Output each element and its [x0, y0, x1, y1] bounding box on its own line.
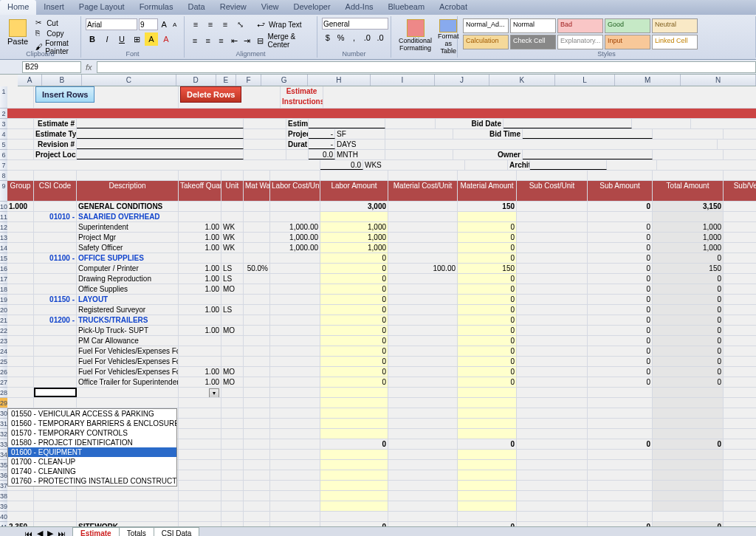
item-desc[interactable]: Safety Officer — [77, 243, 179, 252]
tab-nav-first[interactable]: ⏮ — [22, 529, 35, 537]
labor-cost[interactable] — [270, 264, 320, 273]
italic-button[interactable]: I — [100, 32, 114, 46]
col-header-J[interactable]: J — [435, 75, 489, 86]
font-name-select[interactable] — [86, 18, 137, 30]
row-header-39[interactable]: 39 — [0, 501, 7, 512]
cell[interactable] — [724, 377, 756, 387]
dropdown-item[interactable]: 01570 - TEMPORARY CONTROLS — [8, 428, 176, 438]
cell-style-neutral[interactable]: Neutral — [652, 18, 698, 33]
qty[interactable] — [179, 357, 221, 366]
csi-title[interactable]: TRUCKS/TRAILERS — [77, 315, 179, 325]
input-mnth[interactable]: 0.0 — [309, 150, 335, 159]
orientation-button[interactable]: ⤡ — [233, 18, 247, 31]
csi-code[interactable]: 01150 - — [34, 295, 77, 304]
currency-button[interactable]: $ — [322, 31, 334, 44]
item-desc[interactable]: Fuel For Vehicles/Expenses For PM — [77, 357, 179, 366]
cell[interactable] — [724, 305, 756, 315]
row-header-8[interactable]: 8 — [0, 171, 7, 181]
project-name-input[interactable] — [7, 109, 756, 118]
dropdown-item[interactable]: 01560 - TEMPORARY BARRIERS & ENCLOSURES — [8, 419, 176, 428]
item-desc[interactable]: Project Mgr — [77, 233, 179, 242]
col-header-G[interactable]: G — [261, 75, 308, 86]
qty[interactable]: 1.00 — [179, 233, 221, 242]
tab-nav-next[interactable]: ▶ — [45, 529, 55, 536]
item-desc[interactable]: Pick-Up Truck- SUPT — [77, 326, 179, 335]
sub-cost[interactable] — [517, 243, 588, 252]
row-header-11[interactable]: 11 — [0, 212, 7, 222]
dropdown-item[interactable]: 01740 - CLEANING — [8, 467, 176, 476]
item-desc[interactable]: Superintendent — [77, 222, 179, 232]
cell[interactable] — [724, 264, 756, 273]
grow-font-button[interactable]: A — [159, 18, 169, 31]
waste[interactable] — [244, 274, 270, 284]
delete-rows-button[interactable]: Delete Rows — [180, 86, 241, 103]
row-header-2[interactable]: 2 — [0, 109, 7, 119]
mat-cost[interactable] — [388, 305, 458, 315]
row-header-28[interactable]: 28 — [0, 388, 7, 398]
labor-cost[interactable]: 1,000.00 — [270, 222, 320, 232]
shrink-font-button[interactable]: A — [171, 18, 180, 31]
cell[interactable] — [724, 326, 756, 335]
grid[interactable]: Insert RowsDelete RowsEstimateInstructio… — [7, 86, 756, 526]
csi-code[interactable]: 01010 - — [34, 212, 77, 221]
cell-style-explanatory[interactable]: Explanatory... — [557, 35, 603, 49]
input-architect[interactable] — [530, 160, 607, 170]
row-header-21[interactable]: 21 — [0, 315, 7, 326]
mat-cost[interactable] — [388, 274, 458, 284]
row-header-32[interactable]: 32 — [0, 429, 7, 439]
cell-style-normalad[interactable]: Normal_Ad... — [463, 18, 509, 33]
sub-cost[interactable] — [517, 305, 588, 315]
col-header-I[interactable]: I — [371, 75, 435, 86]
bold-button[interactable]: B — [86, 32, 99, 46]
percent-button[interactable]: % — [335, 31, 347, 44]
row-header-22[interactable]: 22 — [0, 326, 7, 336]
dropdown-item[interactable]: 01550 - VEHICULAR ACCESS & PARKING — [8, 409, 176, 419]
row-header-13[interactable]: 13 — [0, 233, 7, 243]
item-desc[interactable]: PM Car Allowance — [77, 336, 179, 346]
input-owner[interactable] — [523, 150, 653, 159]
item-desc[interactable]: Registered Surveyor — [77, 305, 179, 315]
align-middle-button[interactable]: ≡ — [204, 18, 217, 31]
mat-cost[interactable] — [388, 243, 458, 252]
unit[interactable]: LS — [221, 305, 244, 315]
cell[interactable] — [724, 284, 756, 294]
mat-cost[interactable] — [388, 357, 458, 366]
unit[interactable]: MO — [221, 326, 244, 335]
dropdown-item[interactable]: 01600 - EQUIPMENT — [8, 447, 176, 457]
fill-color-button[interactable]: A — [145, 32, 158, 46]
item-desc[interactable]: Office Trailer for Superintendent — [77, 377, 179, 387]
qty[interactable]: 1.00 — [179, 274, 221, 284]
waste[interactable] — [244, 243, 270, 252]
row-header-29[interactable]: 29 — [0, 398, 7, 408]
tab-data[interactable]: Data — [180, 0, 212, 15]
input-estimator[interactable] — [309, 119, 385, 128]
col-header-L[interactable]: L — [555, 75, 615, 86]
waste[interactable] — [244, 233, 270, 242]
align-right-button[interactable]: ≡ — [215, 34, 227, 47]
waste[interactable] — [244, 346, 270, 356]
tab-acrobat[interactable]: Acrobat — [432, 0, 475, 15]
row-header-25[interactable]: 25 — [0, 357, 7, 367]
labor-cost[interactable]: 1,000.00 — [270, 243, 320, 252]
col-header-H[interactable]: H — [308, 75, 371, 86]
row-header-24[interactable]: 24 — [0, 346, 7, 357]
mat-cost[interactable] — [388, 284, 458, 294]
tab-add-ins[interactable]: Add-Ins — [338, 0, 381, 15]
row-header-23[interactable]: 23 — [0, 336, 7, 346]
labor-cost[interactable] — [270, 284, 320, 294]
input-proj-size[interactable]: - — [309, 129, 335, 139]
sub-cost[interactable] — [517, 377, 588, 387]
waste[interactable] — [244, 367, 270, 377]
mat-cost[interactable] — [388, 377, 458, 387]
qty[interactable]: 1.00 — [179, 222, 221, 232]
align-bottom-button[interactable]: ≡ — [219, 18, 232, 31]
row-header-4[interactable]: 4 — [0, 129, 7, 140]
align-center-button[interactable]: ≡ — [202, 34, 214, 47]
item-desc[interactable]: Computer / Printer — [77, 264, 179, 273]
unit[interactable]: MO — [221, 284, 244, 294]
waste[interactable] — [244, 326, 270, 335]
row-header-15[interactable]: 15 — [0, 253, 7, 264]
waste[interactable]: 50.0% — [244, 264, 270, 273]
tab-nav-last[interactable]: ⏭ — [55, 529, 68, 537]
row-header-19[interactable]: 19 — [0, 295, 7, 305]
